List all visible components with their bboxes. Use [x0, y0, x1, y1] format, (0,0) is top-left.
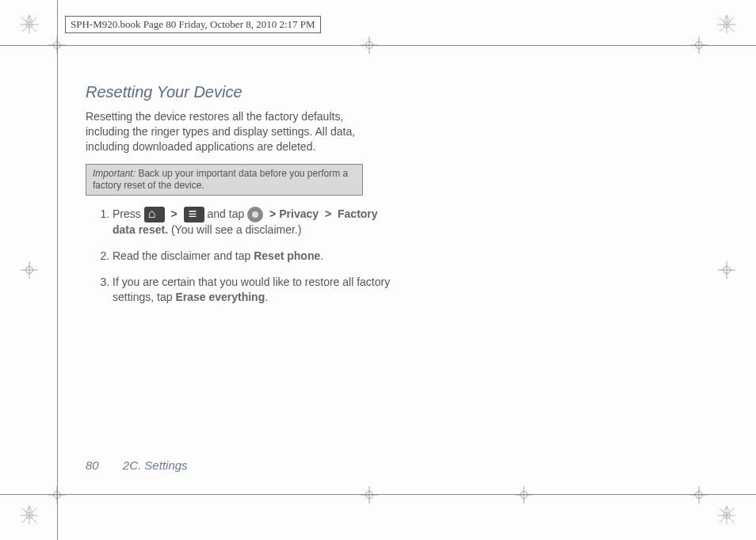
step-text: and tap [208, 207, 248, 220]
menu-icon [184, 207, 204, 222]
crosshair-icon [690, 36, 708, 54]
separator: > [269, 207, 276, 220]
step-1: Press > and tap >Privacy > Factory data … [113, 207, 403, 238]
crosshair-icon [21, 261, 38, 279]
print-guide-line [57, 0, 58, 540]
settings-icon [247, 207, 263, 222]
page-number: 80 [86, 458, 99, 472]
registration-mark-icon [716, 505, 737, 526]
crosshair-icon [48, 486, 66, 504]
step-text: Press [113, 207, 141, 220]
separator: > [325, 207, 331, 220]
step-text: Read the disclaimer and tap [113, 249, 254, 262]
crosshair-icon [48, 36, 66, 54]
crosshair-icon [515, 486, 533, 504]
page-footer: 80 2C. Settings [86, 458, 188, 472]
print-guide-line [0, 45, 756, 46]
document-meta-text: SPH-M920.book Page 80 Friday, October 8,… [71, 18, 315, 30]
intro-paragraph: Resetting the device restores all the fa… [86, 109, 371, 154]
registration-mark-icon [716, 14, 737, 35]
step-text: . [265, 291, 268, 303]
print-guide-line [0, 494, 756, 495]
crosshair-icon [690, 486, 708, 504]
important-callout: Important: Back up your important data b… [86, 164, 363, 196]
registration-mark-icon [19, 14, 40, 35]
crosshair-icon [361, 486, 378, 504]
button-label-reset-phone: Reset phone [254, 249, 320, 262]
crosshair-icon [718, 261, 735, 279]
home-icon [144, 207, 165, 222]
step-text: . [320, 249, 323, 262]
button-label-erase-everything: Erase everything [175, 291, 265, 303]
section-label: 2C. Settings [123, 458, 188, 472]
step-3: If you are certain that you would like t… [113, 275, 403, 305]
separator: > [171, 207, 178, 220]
steps-list: Press > and tap >Privacy > Factory data … [86, 207, 403, 305]
registration-mark-icon [19, 505, 40, 526]
document-meta-header: SPH-M920.book Page 80 Friday, October 8,… [65, 16, 321, 33]
important-label: Important: [93, 168, 136, 179]
step-2: Read the disclaimer and tap Reset phone. [113, 249, 403, 264]
page-content: Resetting Your Device Resetting the devi… [86, 83, 426, 316]
step-text: (You will see a disclaimer.) [168, 223, 301, 236]
section-title: Resetting Your Device [86, 83, 426, 101]
crosshair-icon [361, 36, 378, 54]
menu-path-privacy: Privacy [279, 207, 319, 220]
